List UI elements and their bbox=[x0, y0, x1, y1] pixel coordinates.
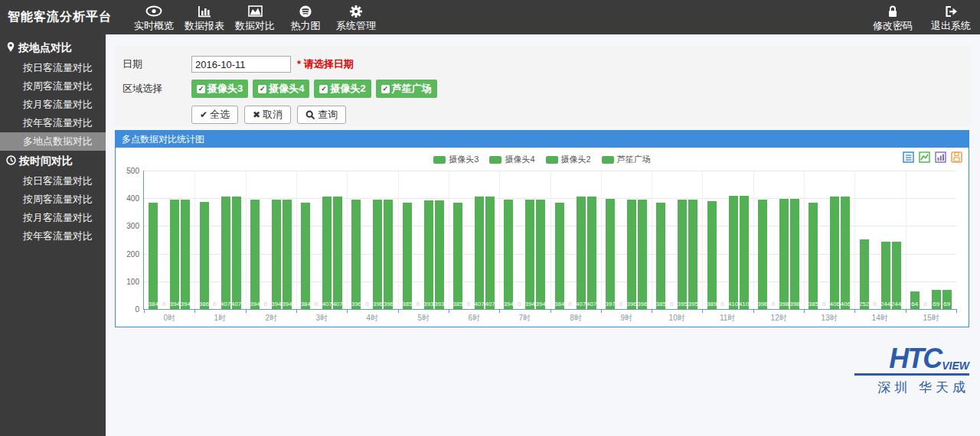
area-toggle-lusheng-square[interactable]: ✓ 芦笙广场 bbox=[376, 80, 437, 98]
gridline-v bbox=[906, 171, 906, 309]
gridline-v bbox=[347, 171, 348, 309]
nav-heatmap[interactable]: 热力图 bbox=[280, 2, 331, 33]
bar-chart-icon[interactable] bbox=[935, 151, 946, 166]
bar-value-label: 394 bbox=[179, 301, 191, 307]
logout-button[interactable]: 退出系统 bbox=[928, 2, 974, 33]
save-image-icon[interactable] bbox=[951, 151, 962, 166]
nav-data-report[interactable]: 数据报表 bbox=[179, 2, 230, 33]
chart-plot[interactable]: 01002003004005000时1时2时3时4时5时6时7时8时9时10时1… bbox=[143, 171, 956, 310]
legend-swatch bbox=[602, 156, 614, 164]
nav-system-admin[interactable]: 系统管理 bbox=[331, 2, 381, 33]
nav-label: 系统管理 bbox=[336, 19, 376, 33]
heatmap-icon bbox=[299, 4, 312, 18]
area-toggle-camera3[interactable]: ✓ 摄像头3 bbox=[191, 80, 248, 98]
query-form: 日期 * 请选择日期 区域选择 ✓ 摄像头3 ✓ 摄像头4 ✓ 摄像头2 ✓ 芦… bbox=[115, 46, 971, 126]
sidebar-item-daily-by-time[interactable]: 按日客流量对比 bbox=[0, 172, 106, 190]
sidebar-item-weekly-by-location[interactable]: 按周客流量对比 bbox=[0, 77, 106, 96]
x-axis-tick-label: 7时 bbox=[499, 313, 550, 324]
gridline-v bbox=[753, 171, 754, 309]
checkbox-checked-icon: ✓ bbox=[319, 85, 328, 93]
cancel-button[interactable]: ✖ 取消 bbox=[244, 106, 291, 124]
bar bbox=[587, 197, 596, 309]
bar bbox=[250, 200, 260, 309]
sidebar-item-monthly-by-location[interactable]: 按月客流量对比 bbox=[0, 96, 106, 114]
app-title: 智能客流分析平台 bbox=[0, 9, 124, 25]
legend-item-camera3[interactable]: 摄像头3 bbox=[433, 154, 479, 165]
nav-label: 热力图 bbox=[291, 19, 321, 33]
chart-toolbox bbox=[903, 151, 962, 166]
change-password-button[interactable]: 修改密码 bbox=[870, 2, 916, 33]
gridline-v bbox=[652, 171, 652, 309]
sidebar-item-monthly-by-time[interactable]: 按月客流量对比 bbox=[0, 209, 106, 227]
bar-value-label: 69 bbox=[941, 301, 953, 307]
sidebar-section-by-time: 按时间对比 bbox=[0, 151, 106, 172]
sidebar-item-yearly-by-location[interactable]: 按年客流量对比 bbox=[0, 114, 106, 132]
sidebar-item-multipoint-compare[interactable]: 多地点数据对比 bbox=[0, 132, 106, 151]
area-label: 摄像头3 bbox=[207, 82, 243, 96]
bar-value-label: 396 bbox=[636, 301, 648, 307]
query-button[interactable]: 查询 bbox=[297, 106, 346, 124]
bar bbox=[200, 202, 209, 309]
bar-value-label: 395 bbox=[687, 301, 699, 307]
bar-value-label: 407 bbox=[230, 301, 243, 307]
x-axis-tick-label: 9时 bbox=[601, 313, 652, 324]
y-axis-tick-label: 200 bbox=[118, 250, 139, 259]
nav-label: 数据报表 bbox=[185, 19, 224, 33]
search-icon bbox=[305, 110, 315, 120]
map-marker-icon bbox=[6, 41, 15, 55]
bar bbox=[841, 197, 850, 309]
checkbox-checked-icon: ✓ bbox=[381, 85, 390, 93]
bar bbox=[504, 200, 513, 309]
data-view-icon[interactable] bbox=[903, 151, 914, 166]
area-label: 摄像头4 bbox=[269, 82, 304, 96]
sidebar-item-weekly-by-time[interactable]: 按周客流量对比 bbox=[0, 190, 106, 209]
x-axis-tick-label: 6时 bbox=[449, 313, 499, 324]
bar bbox=[740, 196, 749, 309]
x-axis-tick-label: 2时 bbox=[246, 313, 296, 324]
sidebar-item-daily-by-location[interactable]: 按日客流量对比 bbox=[0, 59, 106, 77]
bar bbox=[606, 199, 615, 309]
bar bbox=[351, 200, 361, 309]
bar bbox=[688, 200, 697, 309]
action-label: 修改密码 bbox=[873, 19, 913, 33]
gridline-v bbox=[702, 171, 703, 309]
checkbox-checked-icon: ✓ bbox=[197, 85, 205, 93]
legend-item-lusheng-square[interactable]: 芦笙广场 bbox=[602, 154, 651, 165]
lock-icon bbox=[887, 4, 899, 18]
bar bbox=[475, 197, 484, 309]
bar bbox=[729, 196, 738, 309]
gridline-v bbox=[804, 171, 805, 309]
x-axis-tick-label: 11时 bbox=[702, 313, 753, 324]
bar bbox=[322, 197, 332, 309]
sidebar-item-yearly-by-time[interactable]: 按年客流量对比 bbox=[0, 227, 106, 246]
bar bbox=[881, 242, 890, 309]
nav-realtime-overview[interactable]: 实时概览 bbox=[129, 2, 179, 33]
bar bbox=[892, 242, 901, 309]
gridline-v bbox=[246, 171, 247, 309]
date-required-hint: * 请选择日期 bbox=[297, 57, 354, 71]
line-chart-icon[interactable] bbox=[919, 151, 930, 166]
gridline-v bbox=[601, 171, 602, 309]
bar-value-label: 407 bbox=[586, 301, 598, 307]
nav-data-compare[interactable]: 数据对比 bbox=[230, 2, 280, 33]
bar-value-label: 244 bbox=[890, 301, 903, 307]
date-input[interactable] bbox=[191, 56, 291, 73]
sidebar: 按地点对比 按日客流量对比 按周客流量对比 按月客流量对比 按年客流量对比 多地… bbox=[0, 34, 106, 436]
bar bbox=[424, 200, 433, 309]
x-axis-tick-label: 13时 bbox=[804, 313, 854, 324]
x-axis-tick-label: 8时 bbox=[550, 313, 601, 324]
bar bbox=[577, 197, 586, 309]
bar bbox=[525, 200, 534, 309]
y-axis-tick-label: 100 bbox=[118, 278, 139, 286]
bar bbox=[860, 239, 869, 309]
select-all-button[interactable]: ✔ 全选 bbox=[191, 106, 238, 124]
bar-value-label: 398 bbox=[789, 301, 801, 307]
y-axis-tick-label: 500 bbox=[118, 167, 139, 175]
legend-item-camera2[interactable]: 摄像头2 bbox=[546, 154, 591, 165]
area-toggle-camera2[interactable]: ✓ 摄像头2 bbox=[314, 80, 371, 98]
legend-swatch bbox=[546, 156, 558, 164]
area-toggle-camera4[interactable]: ✓ 摄像头4 bbox=[253, 80, 309, 98]
gear-icon bbox=[349, 4, 363, 18]
gridline-v bbox=[194, 171, 195, 309]
legend-item-camera4[interactable]: 摄像头4 bbox=[489, 154, 534, 165]
